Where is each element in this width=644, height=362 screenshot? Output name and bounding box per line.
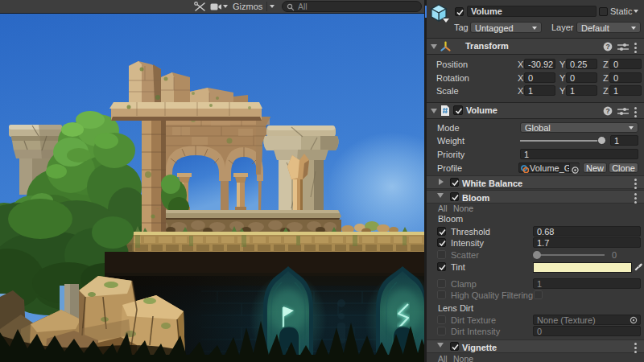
svg-text:?: ? — [605, 107, 609, 115]
svg-text:?: ? — [605, 43, 609, 51]
